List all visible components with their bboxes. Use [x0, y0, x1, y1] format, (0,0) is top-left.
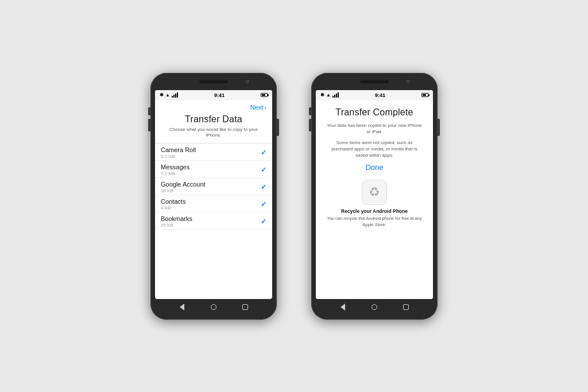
status-time-right: 9:41	[375, 92, 385, 98]
phone-left-body: ✱ ▲ 9:41	[150, 73, 277, 320]
phone-speaker	[199, 80, 228, 83]
checkmark-bookmarks: ✓	[261, 218, 266, 226]
signal-bar-r4	[338, 92, 339, 98]
signal-bar-r3	[336, 94, 337, 98]
status-icons-left: ✱ ▲	[160, 92, 178, 98]
done-button[interactable]: Done	[365, 163, 383, 172]
signal-bar-r1	[332, 96, 334, 98]
phone-right: ✱ ▲ 9:41 Transf	[311, 73, 438, 320]
battery-fill-left	[262, 94, 265, 96]
status-icons-right: ✱ ▲	[320, 92, 339, 98]
list-item[interactable]: Google Account 30 KB ✓	[155, 178, 272, 195]
transfer-complete-screen: Transfer Complete Your data has been cop…	[316, 100, 433, 299]
battery-area-left	[261, 93, 268, 97]
power-btn-2[interactable]	[438, 119, 440, 136]
power-btn[interactable]	[277, 119, 279, 136]
transfer-data-screen: Next › Transfer Data Choose what you wou…	[155, 100, 272, 299]
recycle-title: Recycle your Android Phone	[341, 208, 408, 214]
signal-bar-4	[177, 92, 178, 98]
recents-button-right[interactable]	[402, 303, 410, 311]
recycle-icon: ♻	[369, 185, 380, 200]
signal-bar-1	[172, 96, 173, 98]
recents-icon	[242, 304, 248, 310]
volume-up-btn-2[interactable]	[309, 107, 311, 115]
phone-speaker-right	[360, 80, 389, 83]
recents-button-left[interactable]	[241, 303, 249, 311]
home-icon-right	[372, 304, 377, 310]
home-icon	[211, 304, 216, 310]
phone-bottom-nav-right	[316, 299, 433, 315]
battery-icon-left	[261, 93, 268, 97]
signal-bar-2	[173, 95, 175, 98]
list-item[interactable]: Camera Roll 6.3 GB ✓	[155, 143, 272, 161]
wifi-icon-right: ▲	[326, 92, 331, 98]
bluetooth-icon: ✱	[160, 92, 164, 98]
phone-top-bar	[155, 77, 272, 90]
side-buttons-right	[277, 119, 279, 136]
status-time-left: 9:41	[214, 92, 225, 98]
signal-bars-right	[332, 92, 339, 98]
phone-left-screen: ✱ ▲ 9:41	[155, 90, 272, 299]
back-button-left[interactable]	[178, 303, 186, 311]
phone-left: ✱ ▲ 9:41	[150, 73, 277, 320]
battery-fill-right	[423, 94, 426, 96]
signal-bar-3	[175, 94, 176, 98]
home-button-left[interactable]	[210, 303, 218, 311]
checkmark-messages: ✓	[261, 166, 266, 174]
phone-camera	[246, 80, 249, 83]
side-buttons-left-2	[309, 107, 311, 131]
transfer-complete-title: Transfer Complete	[335, 107, 413, 118]
transfer-data-title: Transfer Data	[155, 112, 272, 127]
volume-down-btn[interactable]	[148, 119, 150, 131]
checkmark-camera-roll: ✓	[261, 149, 266, 157]
signal-bars	[172, 92, 178, 98]
phone-top-bar-right	[316, 77, 433, 90]
back-button-right[interactable]	[339, 303, 347, 311]
battery-area-right	[421, 93, 428, 97]
phone-bottom-nav-left	[155, 299, 272, 315]
back-icon-right	[341, 304, 345, 311]
back-icon	[180, 304, 184, 311]
volume-up-btn[interactable]	[148, 107, 150, 115]
checkmark-google-account: ✓	[261, 183, 266, 191]
signal-bar-r2	[334, 95, 335, 98]
phone-camera-right	[407, 80, 410, 83]
phone-right-body: ✱ ▲ 9:41 Transf	[311, 73, 438, 320]
recycle-icon-wrapper: ♻	[362, 180, 387, 205]
home-button-right[interactable]	[370, 303, 378, 311]
bluetooth-icon-right: ✱	[320, 92, 324, 98]
next-bar: Next ›	[155, 100, 272, 112]
side-buttons-right-2	[438, 119, 440, 136]
recents-icon-right	[403, 304, 409, 310]
status-bar-left: ✱ ▲ 9:41	[155, 90, 272, 100]
status-bar-right: ✱ ▲ 9:41	[316, 90, 433, 100]
recycle-text: You can recycle this Android phone for f…	[325, 216, 424, 228]
checkmark-contacts: ✓	[261, 200, 266, 208]
wifi-icon: ▲	[165, 92, 170, 98]
phone-right-screen: ✱ ▲ 9:41 Transf	[316, 90, 433, 299]
transfer-complete-text2: Some items were not copied, such as purc…	[325, 139, 424, 159]
side-buttons-left	[148, 107, 150, 131]
transfer-data-subtitle: Choose what you would like to copy to yo…	[155, 127, 272, 143]
transfer-complete-text1: Your data has been copied to your new iP…	[325, 122, 424, 135]
next-button[interactable]: Next ›	[250, 104, 266, 111]
list-item[interactable]: Messages 7.2 MB ✓	[155, 161, 272, 178]
list-item[interactable]: Bookmarks 25 KB ✓	[155, 212, 272, 230]
data-items-list: Camera Roll 6.3 GB ✓ Messages 7.2 MB ✓	[155, 143, 272, 298]
battery-icon-right	[421, 93, 428, 97]
volume-down-btn-2[interactable]	[309, 119, 311, 131]
list-item[interactable]: Contacts 4 KB ✓	[155, 195, 272, 212]
